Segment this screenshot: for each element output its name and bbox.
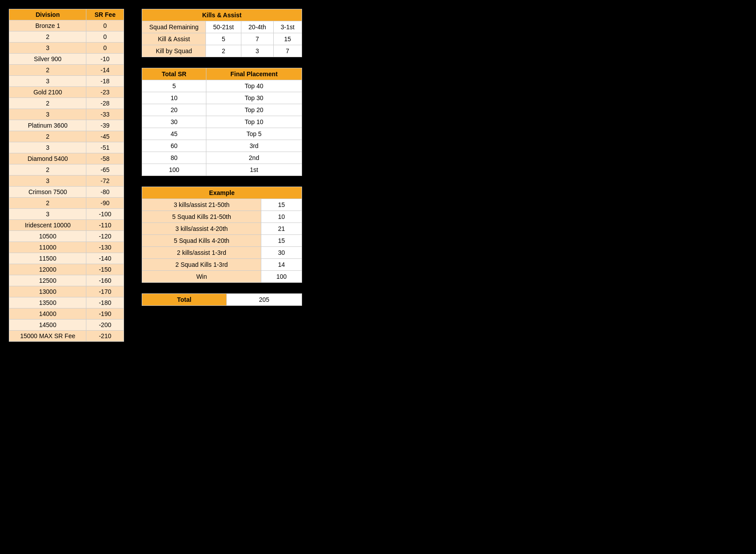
division-row: 3-100 <box>9 209 124 220</box>
division-row: 2-14 <box>9 65 124 76</box>
sr-row: 5Top 40 <box>142 80 302 92</box>
sr-row: 30Top 10 <box>142 116 302 128</box>
division-row: 14000-190 <box>9 308 124 320</box>
division-row: 10500-120 <box>9 231 124 242</box>
division-row: Diamond 5400-58 <box>9 153 124 164</box>
division-row: 15000 MAX SR Fee-210 <box>9 331 124 342</box>
right-panel: Kills & Assist Squad Remaining 50-21st 2… <box>142 9 302 306</box>
division-row: 3-51 <box>9 142 124 153</box>
total-label: Total <box>142 294 227 306</box>
example-table: Example 3 kills/assist 21-50th155 Squad … <box>142 187 302 283</box>
example-title: Example <box>142 187 302 199</box>
division-row: 30 <box>9 43 124 54</box>
division-row: 2-28 <box>9 98 124 109</box>
division-row: 13500-180 <box>9 297 124 308</box>
example-row: Win100 <box>142 271 302 283</box>
division-row: 2-45 <box>9 131 124 142</box>
division-row: Gold 2100-23 <box>9 87 124 98</box>
kills-row: Kill & Assist5715 <box>142 33 302 45</box>
col-3-1: 3-1st <box>273 21 302 33</box>
division-row: 3-72 <box>9 176 124 187</box>
division-row: 11500-140 <box>9 253 124 264</box>
division-row: Crimson 7500-80 <box>9 187 124 198</box>
division-row: 13000-170 <box>9 286 124 297</box>
total-value: 205 <box>227 294 302 306</box>
division-table: Division SR Fee Bronze 102030Silver 900-… <box>9 9 124 342</box>
sr-row: 802nd <box>142 152 302 164</box>
squad-remaining-label: Squad Remaining <box>142 21 206 33</box>
division-header: Division <box>9 9 86 20</box>
sr-row: 20Top 20 <box>142 104 302 116</box>
left-panel: Division SR Fee Bronze 102030Silver 900-… <box>9 9 124 342</box>
kills-assist-title: Kills & Assist <box>142 9 302 21</box>
division-row: 12500-160 <box>9 275 124 286</box>
example-row: 5 Squad Kills 4-20th15 <box>142 235 302 247</box>
division-row: Platinum 3600-39 <box>9 120 124 131</box>
division-row: 2-90 <box>9 198 124 209</box>
division-row: 20 <box>9 31 124 43</box>
division-row: Iridescent 10000-110 <box>9 220 124 231</box>
main-container: Division SR Fee Bronze 102030Silver 900-… <box>9 9 747 342</box>
division-row: 2-65 <box>9 164 124 176</box>
example-row: 3 kills/assist 21-50th15 <box>142 199 302 211</box>
final-placement-header: Final Placement <box>206 68 302 80</box>
division-row: 3-18 <box>9 76 124 87</box>
sr-fee-header: SR Fee <box>86 9 124 20</box>
sr-row: 10Top 30 <box>142 92 302 104</box>
kills-row: Kill by Squad237 <box>142 45 302 57</box>
sr-placement-table: Total SR Final Placement 5Top 4010Top 30… <box>142 68 302 176</box>
example-row: 2 kills/assist 1-3rd30 <box>142 247 302 259</box>
total-table: Total 205 <box>142 293 302 306</box>
example-row: 5 Squad Kills 21-50th10 <box>142 211 302 223</box>
example-row: 2 Squad Kills 1-3rd14 <box>142 259 302 271</box>
kills-assist-table: Kills & Assist Squad Remaining 50-21st 2… <box>142 9 302 57</box>
division-row: 14500-200 <box>9 320 124 331</box>
col-50-21: 50-21st <box>206 21 241 33</box>
sr-row: 603rd <box>142 140 302 152</box>
col-20-4: 20-4th <box>241 21 274 33</box>
division-row: Bronze 10 <box>9 20 124 31</box>
sr-row: 1001st <box>142 164 302 176</box>
sr-row: 45Top 5 <box>142 128 302 140</box>
total-sr-header: Total SR <box>142 68 206 80</box>
division-row: 11000-130 <box>9 242 124 253</box>
division-row: 12000-150 <box>9 264 124 275</box>
division-row: Silver 900-10 <box>9 54 124 65</box>
example-row: 3 kills/assist 4-20th21 <box>142 223 302 235</box>
division-row: 3-33 <box>9 109 124 120</box>
